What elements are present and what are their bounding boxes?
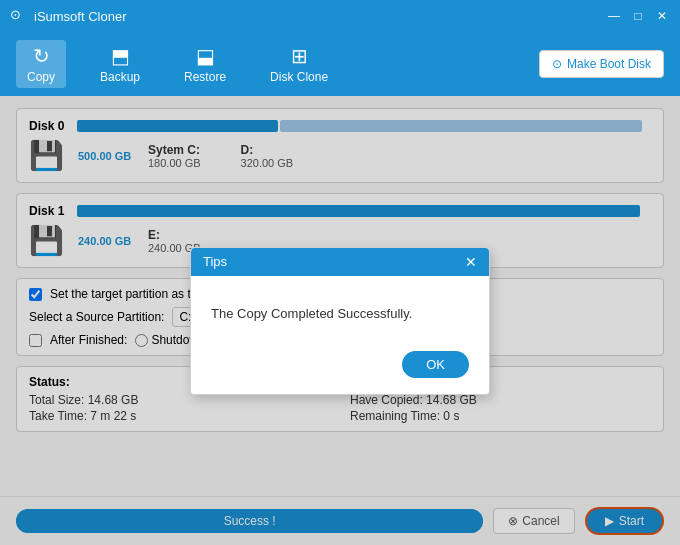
modal-header: Tips ✕: [191, 248, 489, 276]
disk-clone-label: Disk Clone: [270, 70, 328, 84]
modal-title: Tips: [203, 254, 227, 269]
main-content: Disk 0 💾 500.00 GB Sytem C: 180.00 GB D:…: [0, 96, 680, 545]
backup-icon: ⬒: [111, 44, 130, 68]
modal-ok-button[interactable]: OK: [402, 351, 469, 378]
make-boot-label: Make Boot Disk: [567, 57, 651, 71]
toolbar-restore[interactable]: ⬓ Restore: [174, 40, 236, 88]
close-button[interactable]: ✕: [654, 8, 670, 24]
restore-icon: ⬓: [196, 44, 215, 68]
toolbar-backup[interactable]: ⬒ Backup: [90, 40, 150, 88]
modal-close-button[interactable]: ✕: [465, 254, 477, 270]
toolbar: ↻ Copy ⬒ Backup ⬓ Restore ⊞ Disk Clone ⊙…: [0, 32, 680, 96]
copy-label: Copy: [27, 70, 55, 84]
app-logo: ⊙: [10, 7, 28, 25]
disk-clone-icon: ⊞: [291, 44, 308, 68]
maximize-button[interactable]: □: [630, 8, 646, 24]
copy-icon: ↻: [33, 44, 50, 68]
modal-overlay: Tips ✕ The Copy Completed Successfully. …: [0, 96, 680, 545]
modal-footer: OK: [191, 341, 489, 394]
title-bar: ⊙ iSumsoft Cloner — □ ✕: [0, 0, 680, 32]
restore-label: Restore: [184, 70, 226, 84]
app-title: iSumsoft Cloner: [34, 9, 606, 24]
toolbar-disk-clone[interactable]: ⊞ Disk Clone: [260, 40, 338, 88]
make-boot-disk-button[interactable]: ⊙ Make Boot Disk: [539, 50, 664, 78]
toolbar-right: ⊙ Make Boot Disk: [539, 50, 664, 78]
window-controls: — □ ✕: [606, 8, 670, 24]
toolbar-copy[interactable]: ↻ Copy: [16, 40, 66, 88]
modal-dialog: Tips ✕ The Copy Completed Successfully. …: [190, 247, 490, 395]
modal-message: The Copy Completed Successfully.: [211, 306, 412, 321]
backup-label: Backup: [100, 70, 140, 84]
minimize-button[interactable]: —: [606, 8, 622, 24]
modal-body: The Copy Completed Successfully.: [191, 276, 489, 341]
make-boot-icon: ⊙: [552, 57, 562, 71]
